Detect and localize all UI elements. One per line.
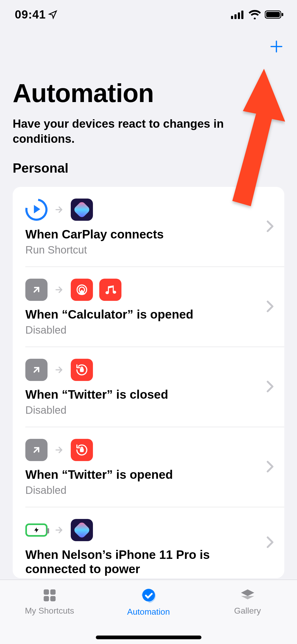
airplay-icon	[71, 279, 93, 301]
automation-icon-row	[25, 359, 272, 381]
automation-item-power[interactable]: When Nelson’s iPhone 11 Pro is connected…	[13, 507, 284, 578]
chevron-right-icon	[266, 461, 274, 474]
page-subtitle: Have your devices react to changes in co…	[13, 116, 284, 146]
automation-item-title: When “Twitter” is opened	[25, 467, 272, 482]
music-icon	[99, 279, 121, 301]
status-bar: 09:41	[0, 0, 297, 21]
automation-icon-row	[25, 199, 272, 221]
svg-rect-26	[50, 596, 55, 601]
carplay-icon	[25, 199, 48, 221]
automation-item-title: When CarPlay connects	[25, 227, 272, 241]
automation-item-title: When “Calculator” is opened	[25, 307, 272, 321]
app-open-icon	[25, 439, 48, 461]
rotation-lock-icon	[71, 359, 93, 381]
tab-gallery[interactable]: Gallery	[198, 580, 297, 644]
grid-icon	[42, 587, 58, 603]
home-indicator[interactable]	[96, 636, 201, 639]
automation-item-title: When “Twitter” is closed	[25, 387, 272, 402]
svg-rect-24	[50, 590, 55, 595]
tab-label: Automation	[127, 607, 170, 617]
automation-item-subtitle: Disabled	[25, 404, 272, 416]
clock-text: 09:41	[15, 8, 46, 21]
app-open-icon	[25, 359, 48, 381]
svg-rect-5	[266, 12, 280, 17]
location-arrow-icon	[48, 10, 58, 19]
section-header-personal: Personal	[0, 146, 297, 182]
tab-bar: My Shortcuts Automation Gallery	[0, 579, 297, 644]
automation-icon-row	[25, 279, 272, 301]
automation-item-twitter-opened[interactable]: When “Twitter” is opened Disabled	[25, 427, 284, 507]
battery-icon	[265, 10, 284, 19]
tab-label: My Shortcuts	[25, 606, 74, 616]
tab-automation[interactable]: Automation	[99, 580, 198, 644]
automation-item-subtitle: Disabled	[25, 324, 272, 336]
battery-charging-icon	[25, 519, 48, 541]
automation-item-title: When Nelson’s iPhone 11 Pro is connected…	[25, 548, 247, 576]
plus-icon	[269, 39, 284, 54]
wifi-icon	[248, 10, 261, 19]
tab-my-shortcuts[interactable]: My Shortcuts	[0, 580, 99, 644]
tab-label: Gallery	[234, 606, 261, 616]
svg-rect-1	[234, 14, 237, 19]
nav-bar	[0, 21, 297, 54]
chevron-right-icon	[266, 300, 274, 314]
status-time: 09:41	[15, 8, 58, 21]
automation-item-twitter-closed[interactable]: When “Twitter” is closed Disabled	[25, 347, 284, 427]
app-open-icon	[25, 279, 48, 301]
chevron-right-icon	[266, 220, 274, 233]
svg-rect-3	[241, 11, 243, 19]
automation-icon-row	[25, 439, 272, 461]
svg-rect-6	[282, 13, 283, 16]
svg-rect-23	[44, 590, 49, 595]
chevron-right-icon	[266, 536, 274, 549]
svg-rect-25	[44, 596, 49, 601]
shortcuts-app-icon	[71, 199, 93, 221]
arrow-right-icon	[54, 525, 64, 535]
shortcuts-app-icon	[71, 519, 93, 541]
rotation-lock-icon	[71, 439, 93, 461]
svg-point-27	[142, 589, 155, 601]
automation-item-subtitle: Run Shortcut	[25, 244, 272, 256]
page-title: Automation	[13, 78, 284, 108]
chevron-right-icon	[266, 380, 274, 394]
arrow-right-icon	[54, 365, 64, 375]
page-header: Automation Have your devices react to ch…	[0, 54, 297, 146]
automation-list: When CarPlay connects Run Shortcut When …	[13, 187, 284, 578]
automation-icon-row	[25, 519, 272, 541]
automation-item-subtitle: Disabled	[25, 484, 272, 496]
status-icons	[231, 10, 284, 19]
arrow-right-icon	[54, 445, 64, 455]
automation-item-calculator[interactable]: When “Calculator” is opened Disabled	[25, 267, 284, 347]
arrow-right-icon	[54, 204, 64, 215]
add-button[interactable]	[268, 39, 284, 54]
automation-item-carplay[interactable]: When CarPlay connects Run Shortcut	[25, 187, 284, 267]
automation-tab-icon	[140, 587, 157, 604]
svg-rect-2	[238, 12, 240, 19]
cellular-signal-icon	[231, 10, 245, 19]
gallery-icon	[240, 587, 256, 603]
arrow-right-icon	[54, 284, 64, 295]
svg-rect-0	[231, 16, 233, 19]
